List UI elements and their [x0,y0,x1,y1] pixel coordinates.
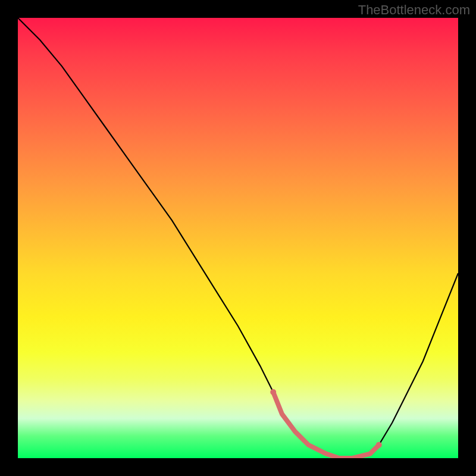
chart-plot-area [18,18,458,458]
trough-highlight [273,392,379,458]
trough-end-marker [376,442,382,448]
trough-start-marker [270,389,276,395]
bottleneck-curve [18,18,458,458]
chart-svg [18,18,458,458]
watermark-text: TheBottleneck.com [358,2,470,18]
